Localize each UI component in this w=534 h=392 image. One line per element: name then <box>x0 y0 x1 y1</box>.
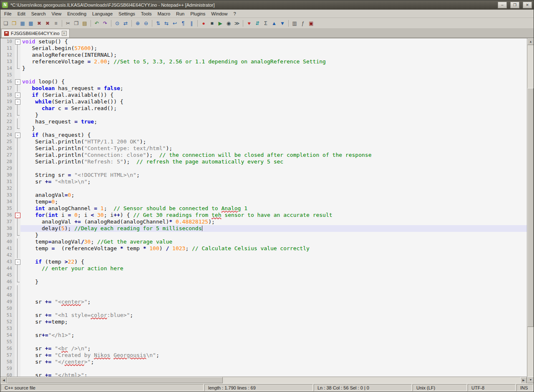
sigma-icon[interactable]: Σ <box>262 20 270 27</box>
close-button[interactable]: ✕ <box>523 2 532 8</box>
code-line[interactable]: 45 <box>0 272 527 279</box>
sync-vertical-scroll-icon[interactable]: ⇅ <box>154 20 162 27</box>
triangle-down-icon[interactable]: ▼ <box>279 20 286 27</box>
code-line[interactable]: 32 <box>0 185 527 192</box>
code-line[interactable]: 12 analogReference(INTERNAL); <box>0 52 527 58</box>
code-line[interactable]: 39 } <box>0 232 527 239</box>
menu-item-plugins[interactable]: Plugins <box>187 10 208 18</box>
code-line[interactable]: 34 temp=0; <box>0 199 527 205</box>
code-line[interactable]: 21 } <box>0 112 527 118</box>
code-line[interactable]: 47 <box>0 285 527 292</box>
h-scroll-track[interactable] <box>7 377 520 383</box>
up-down-arrows-icon[interactable]: ⇵ <box>254 20 261 27</box>
minimize-button[interactable]: – <box>498 2 507 8</box>
code-line[interactable]: 51 sr += "<h1 style=color:blue>"; <box>0 312 527 319</box>
code-line[interactable]: 15 <box>0 72 527 78</box>
code-line[interactable]: 48 <box>0 292 527 299</box>
code-line[interactable]: 16void loop() { <box>0 78 527 85</box>
code-line[interactable]: 55 <box>0 339 527 345</box>
title-bar[interactable]: N *C:\Users\nikos.georgousis.ILKASA\Down… <box>0 0 534 10</box>
paste-icon[interactable]: ▤ <box>81 20 88 27</box>
code-line[interactable]: 60 sr += "</html>"; <box>0 372 527 377</box>
code-line[interactable]: 50 <box>0 305 527 312</box>
code-line[interactable]: 13 referenceVoltage = 2.00; //Set to 5, … <box>0 58 527 65</box>
code-line[interactable]: 25 Serial.println("HTTP/1.1 200 OK"); <box>0 138 527 145</box>
document-map-icon[interactable]: ▥ <box>291 20 298 27</box>
monitor-icon[interactable]: ▣ <box>307 20 315 27</box>
code-line[interactable]: 44 // enter your action here <box>0 265 527 272</box>
code-line[interactable]: 37 analogVal += (analogRead(analogChanne… <box>0 219 527 225</box>
code-line[interactable]: 28 Serial.println("Refresh: 5"); // refr… <box>0 158 527 165</box>
scroll-down-icon[interactable]: ▼ <box>527 377 534 383</box>
code-line[interactable]: 40 temp=analogVal/30; //Get the average … <box>0 239 527 245</box>
code-line[interactable]: 31 sr += "<html>\n"; <box>0 178 527 185</box>
code-line[interactable]: 43 if (temp >22) { <box>0 259 527 265</box>
undo-icon[interactable]: ↶ <box>93 20 101 27</box>
fold-marker-icon[interactable] <box>15 92 20 98</box>
code-line[interactable]: 14} <box>0 65 527 72</box>
menu-item-window[interactable]: Window <box>208 10 230 18</box>
code-line[interactable]: 30 String sr = "<!DOCTYPE HTML>\n"; <box>0 172 527 178</box>
stop-recording-icon[interactable]: ■ <box>208 20 216 27</box>
code-line[interactable]: 38 delay(5); //Delay each reading for 5 … <box>0 225 527 232</box>
indent-guide-icon[interactable]: ∥ <box>188 20 195 27</box>
menu-item-encoding[interactable]: Encoding <box>64 10 89 18</box>
code-line[interactable]: 20 char c = Serial.read(); <box>0 105 527 112</box>
replace-icon[interactable]: ⇄ <box>122 20 129 27</box>
show-all-characters-icon[interactable]: ¶ <box>179 20 187 27</box>
code-line[interactable]: 52 sr +=temp; <box>0 319 527 325</box>
run-macro-multiple-times-icon[interactable]: ≫ <box>233 20 241 27</box>
code-line[interactable]: 24 if (has_request) { <box>0 132 527 138</box>
menu-item-search[interactable]: Search <box>28 10 49 18</box>
redo-icon[interactable]: ↷ <box>101 20 109 27</box>
code-line[interactable]: 36 for(int i = 0; i < 30; i++) { // Get … <box>0 212 527 219</box>
code-line[interactable]: 19 while(Serial.available()) { <box>0 98 527 105</box>
zoom-in-icon[interactable]: ⊕ <box>134 20 141 27</box>
print-icon[interactable]: ≡ <box>52 20 60 27</box>
menu-item-settings[interactable]: Settings <box>116 10 138 18</box>
fold-marker-icon[interactable] <box>15 259 20 265</box>
find-icon[interactable]: ⊙ <box>113 20 121 27</box>
function-list-icon[interactable]: ƒ <box>299 20 307 27</box>
code-line[interactable]: 58 sr += "</center>"; <box>0 359 527 365</box>
code-line[interactable]: 27 Serial.println("Connection: close"); … <box>0 152 527 158</box>
zoom-out-icon[interactable]: ⊖ <box>142 20 150 27</box>
code-line[interactable]: 23 } <box>0 125 527 132</box>
code-line[interactable]: 46 } <box>0 279 527 285</box>
save-all-icon[interactable]: ▩ <box>27 20 35 27</box>
code-line[interactable]: 22 has_request = true; <box>0 118 527 125</box>
code-line[interactable]: 17 boolean has_request = false; <box>0 85 527 92</box>
scroll-left-icon[interactable]: ◀ <box>0 377 7 383</box>
fold-marker-icon[interactable] <box>15 78 20 85</box>
menu-item-macro[interactable]: Macro <box>154 10 173 18</box>
code-line[interactable]: 54 sr+="</h1>"; <box>0 332 527 339</box>
menu-item-language[interactable]: Language <box>89 10 116 18</box>
code-area[interactable]: 10void setup() {11 Serial.begin(57600);1… <box>0 38 527 377</box>
close-all-files-icon[interactable]: ✖ <box>44 20 51 27</box>
tab-close-icon[interactable]: x <box>62 31 67 36</box>
code-line[interactable]: 18 if (Serial.available()) { <box>0 92 527 98</box>
v-scroll-thumb[interactable] <box>527 88 534 327</box>
menu-item-run[interactable]: Run <box>173 10 187 18</box>
code-line[interactable]: 59 <box>0 365 527 372</box>
code-line[interactable]: 10void setup() { <box>0 38 527 45</box>
triangle-up-icon[interactable]: ▲ <box>270 20 278 27</box>
scroll-up-icon[interactable]: ▲ <box>527 38 534 45</box>
code-line[interactable]: 41 temp = (referenceVoltage * temp * 100… <box>0 245 527 252</box>
code-line[interactable]: 29 <box>0 165 527 172</box>
save-macro-icon[interactable]: ◉ <box>225 20 232 27</box>
code-line[interactable]: 49 sr += "<center>"; <box>0 299 527 305</box>
fold-marker-icon[interactable] <box>15 38 20 45</box>
menu-item-view[interactable]: View <box>49 10 65 18</box>
code-line[interactable]: 35 int analogChannel = 1; // Sensor shou… <box>0 205 527 212</box>
scroll-right-icon[interactable]: ▶ <box>520 377 527 383</box>
maximize-button[interactable]: ❐ <box>510 2 519 8</box>
code-line[interactable]: 11 Serial.begin(57600); <box>0 45 527 52</box>
menu-item-help[interactable]: ? <box>230 10 239 18</box>
new-file-icon[interactable]: ❏ <box>2 20 10 27</box>
playback-macro-icon[interactable]: ▶ <box>217 20 224 27</box>
code-line[interactable]: 57 sr += "Created by Nikos Georgousis\n"… <box>0 352 527 359</box>
v-scroll-track[interactable] <box>527 45 534 377</box>
heart-icon[interactable]: ♥ <box>245 20 253 27</box>
open-file-icon[interactable]: ❒ <box>10 20 18 27</box>
